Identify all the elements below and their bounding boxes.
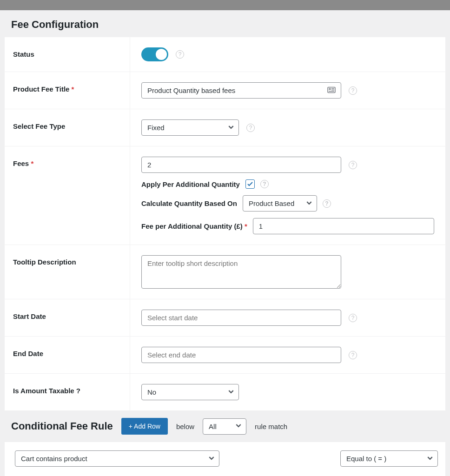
rule-row: Cart contains product Equal to ( = ): [5, 442, 445, 476]
fee-per-input[interactable]: [253, 218, 434, 234]
conditional-rule-panel: Conditional Fee Rule + Add Row below All…: [5, 410, 445, 476]
feeper-label: Fee per Additional Quantity (£) *: [141, 222, 247, 230]
match-mode-select[interactable]: All: [203, 418, 246, 435]
end-date-label: End Date: [5, 337, 130, 373]
product-fee-title-input[interactable]: [141, 82, 341, 99]
title-label: Product Fee Title *: [5, 72, 130, 109]
fee-type-select[interactable]: Fixed: [141, 119, 239, 136]
taxable-select[interactable]: No: [141, 384, 239, 400]
fees-label: Fees *: [5, 146, 130, 245]
rule-match-text: rule match: [255, 423, 287, 430]
help-icon[interactable]: ?: [260, 180, 269, 188]
row-taxable: Is Amount Taxable ? No: [5, 374, 445, 410]
below-text: below: [176, 423, 194, 430]
row-title: Product Fee Title * ?: [5, 72, 445, 109]
conditional-title: Conditional Fee Rule: [11, 420, 113, 432]
status-toggle[interactable]: [141, 47, 168, 61]
section-title: Fee Configuration: [5, 10, 445, 37]
calc-label: Calculate Quantity Based On: [141, 199, 237, 207]
help-icon[interactable]: ?: [323, 199, 331, 208]
start-date-input[interactable]: [141, 310, 341, 326]
row-fees: Fees * ? Apply Per Additional Quantity ?…: [5, 146, 445, 245]
start-date-label: Start Date: [5, 299, 130, 336]
calc-based-select[interactable]: Product Based: [243, 195, 317, 212]
rule-operator-select[interactable]: Equal to ( = ): [340, 450, 438, 467]
tooltip-textarea[interactable]: [141, 255, 341, 289]
apply-per-label: Apply Per Additional Quantity: [141, 180, 240, 188]
add-row-button[interactable]: + Add Row: [121, 418, 168, 435]
status-label: Status: [5, 37, 130, 72]
conditional-header: Conditional Fee Rule + Add Row below All…: [5, 410, 445, 442]
end-date-input[interactable]: [141, 347, 341, 363]
fees-input[interactable]: [141, 157, 341, 173]
help-icon[interactable]: ?: [246, 124, 255, 132]
help-icon[interactable]: ?: [349, 351, 357, 359]
row-start-date: Start Date ?: [5, 299, 445, 337]
fee-configuration-panel: Fee Configuration Status ? Product Fee T…: [5, 10, 445, 410]
taxable-label: Is Amount Taxable ?: [5, 374, 130, 410]
card-icon: [327, 86, 336, 94]
help-icon[interactable]: ?: [349, 86, 357, 95]
row-feetype: Select Fee Type Fixed ?: [5, 109, 445, 146]
fee-config-form: Status ? Product Fee Title * ? Select Fe…: [5, 37, 445, 410]
apply-per-checkbox[interactable]: [245, 179, 255, 189]
window-titlebar: [0, 0, 450, 10]
help-icon[interactable]: ?: [349, 161, 357, 169]
row-status: Status ?: [5, 37, 445, 72]
tooltip-label: Tooltip Description: [5, 245, 130, 299]
rule-field-select[interactable]: Cart contains product: [15, 450, 219, 467]
row-tooltip: Tooltip Description: [5, 245, 445, 299]
row-end-date: End Date ?: [5, 337, 445, 374]
help-icon[interactable]: ?: [349, 314, 357, 322]
help-icon[interactable]: ?: [176, 50, 184, 59]
feetype-label: Select Fee Type: [5, 109, 130, 146]
svg-point-1: [329, 88, 331, 89]
